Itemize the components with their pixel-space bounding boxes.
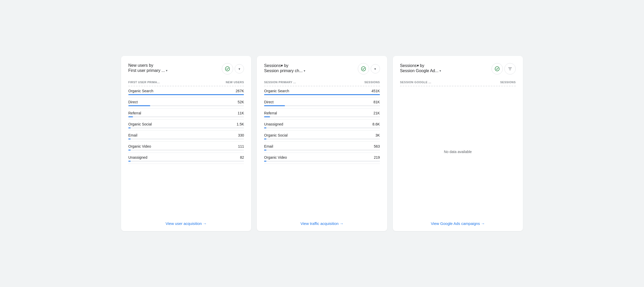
svg-point-2 bbox=[495, 67, 499, 71]
table-row[interactable]: Organic Social3K bbox=[264, 131, 380, 142]
card-traffic-acquisition: Sessions▾ bySession primary ch...▾ ▾SESS… bbox=[257, 56, 387, 231]
bar-fill bbox=[264, 128, 266, 128]
table-rows: Organic Search267KDirect52KReferral11KOr… bbox=[128, 86, 244, 217]
bar-container bbox=[128, 128, 244, 128]
row-top: Referral11K bbox=[128, 111, 244, 115]
row-top: Referral21K bbox=[264, 111, 380, 115]
row-metric-value: 8.6K bbox=[372, 122, 380, 126]
table-row[interactable]: Organic Video219 bbox=[264, 153, 380, 164]
bar-container bbox=[264, 116, 380, 117]
dropdown-button[interactable]: ▾ bbox=[235, 64, 244, 73]
row-metric-value: 1.5K bbox=[237, 122, 244, 126]
table-row[interactable]: Direct81K bbox=[264, 97, 380, 108]
card-title-bottom[interactable]: First user primary ...▾ bbox=[128, 68, 167, 73]
table-row[interactable]: Referral11K bbox=[128, 108, 244, 120]
table-row[interactable]: Direct52K bbox=[128, 97, 244, 108]
bar-container bbox=[264, 94, 380, 95]
column-label-metric: SESSIONS bbox=[364, 81, 380, 84]
bar-container bbox=[128, 94, 244, 95]
svg-point-0 bbox=[225, 67, 230, 71]
row-top: Direct52K bbox=[128, 100, 244, 104]
row-dimension-label: Organic Search bbox=[264, 89, 289, 93]
row-dimension-label: Direct bbox=[264, 100, 274, 104]
table-row[interactable]: Organic Search267K bbox=[128, 86, 244, 97]
row-metric-value: 111 bbox=[238, 144, 244, 148]
title-dropdown-arrow-icon[interactable]: ▾ bbox=[166, 69, 167, 72]
bar-fill bbox=[264, 94, 380, 95]
row-dimension-label: Referral bbox=[128, 111, 141, 115]
bar-fill bbox=[264, 150, 266, 150]
row-dimension-label: Organic Video bbox=[264, 155, 287, 159]
bar-fill bbox=[128, 116, 133, 117]
table-row[interactable]: Unassigned82 bbox=[128, 153, 244, 164]
table-row[interactable]: Organic Social1.5K bbox=[128, 120, 244, 131]
row-dimension-label: Organic Video bbox=[128, 144, 151, 148]
card-title-bottom[interactable]: Session Google Ad...▾ bbox=[400, 69, 441, 73]
footer-link[interactable]: View user acquisition → bbox=[166, 221, 207, 226]
table-row[interactable]: Organic Video111 bbox=[128, 142, 244, 153]
title-dropdown-arrow-icon[interactable]: ▾ bbox=[439, 69, 441, 73]
table-row[interactable]: Email563 bbox=[264, 142, 380, 153]
column-label-dimension: SESSION GOOGLE ... bbox=[400, 81, 431, 84]
check-button[interactable] bbox=[492, 63, 503, 74]
row-top: Email330 bbox=[128, 133, 244, 137]
row-metric-value: 451K bbox=[371, 89, 380, 93]
bar-fill bbox=[128, 105, 150, 106]
column-label-metric: SESSIONS bbox=[500, 81, 516, 84]
check-button[interactable] bbox=[358, 63, 369, 74]
card-header: Sessions▾ bySession Google Ad...▾ bbox=[400, 63, 516, 74]
card-title-bottom[interactable]: Session primary ch...▾ bbox=[264, 69, 305, 73]
header-controls: ▾ bbox=[358, 63, 380, 74]
card-title-top: Sessions▾ by bbox=[400, 63, 441, 68]
bar-fill bbox=[128, 139, 131, 139]
card-title-top: New users by bbox=[128, 63, 167, 68]
bar-container bbox=[264, 139, 380, 139]
row-dimension-label: Unassigned bbox=[128, 155, 147, 159]
check-button[interactable] bbox=[222, 63, 233, 74]
bar-container bbox=[264, 161, 380, 162]
bar-container bbox=[264, 128, 380, 128]
table-row[interactable]: Unassigned8.6K bbox=[264, 120, 380, 131]
row-top: Organic Social3K bbox=[264, 133, 380, 137]
row-metric-value: 267K bbox=[236, 89, 244, 93]
bar-container bbox=[264, 150, 380, 150]
row-metric-value: 3K bbox=[376, 133, 380, 137]
card-title-text: Session Google Ad... bbox=[400, 69, 438, 73]
card-google-ads: Sessions▾ bySession Google Ad...▾ SESSIO… bbox=[393, 56, 523, 231]
row-metric-value: 81K bbox=[374, 100, 380, 104]
table-row[interactable]: Email330 bbox=[128, 131, 244, 142]
card-title-top: Sessions▾ by bbox=[264, 63, 305, 68]
table-row[interactable]: Organic Search451K bbox=[264, 86, 380, 97]
row-metric-value: 563 bbox=[374, 144, 380, 148]
bar-fill bbox=[128, 128, 131, 128]
bar-fill bbox=[264, 161, 266, 162]
bar-fill bbox=[264, 139, 266, 139]
row-dimension-label: Direct bbox=[128, 100, 138, 104]
title-dropdown-arrow-icon[interactable]: ▾ bbox=[304, 69, 305, 73]
table-row[interactable]: Referral21K bbox=[264, 108, 380, 120]
row-dimension-label: Referral bbox=[264, 111, 277, 115]
row-dimension-label: Organic Search bbox=[128, 89, 153, 93]
row-top: Organic Social1.5K bbox=[128, 122, 244, 126]
footer-link[interactable]: View Google Ads campaigns → bbox=[431, 221, 485, 226]
footer-link[interactable]: View traffic acquisition → bbox=[300, 221, 343, 226]
row-dimension-label: Unassigned bbox=[264, 122, 283, 126]
row-top: Unassigned82 bbox=[128, 155, 244, 159]
bar-fill bbox=[264, 116, 270, 117]
bar-fill bbox=[128, 94, 244, 95]
dropdown-button[interactable]: ▾ bbox=[371, 64, 380, 73]
card-header: Sessions▾ bySession primary ch...▾ ▾ bbox=[264, 63, 380, 74]
row-dimension-label: Email bbox=[264, 144, 273, 148]
row-metric-value: 11K bbox=[238, 111, 244, 115]
table-header: FIRST USER PRIMA...NEW USERS bbox=[128, 79, 244, 86]
bar-container bbox=[128, 116, 244, 117]
bar-container bbox=[128, 105, 244, 106]
card-title-block: Sessions▾ bySession Google Ad...▾ bbox=[400, 63, 441, 73]
row-dimension-label: Organic Social bbox=[264, 133, 287, 137]
row-metric-value: 52K bbox=[238, 100, 244, 104]
card-title-block: Sessions▾ bySession primary ch...▾ bbox=[264, 63, 305, 73]
filter-button[interactable] bbox=[504, 63, 516, 74]
bar-fill bbox=[128, 150, 131, 150]
row-top: Organic Search267K bbox=[128, 89, 244, 93]
card-user-acquisition: New users byFirst user primary ...▾ ▾FIR… bbox=[121, 56, 251, 231]
